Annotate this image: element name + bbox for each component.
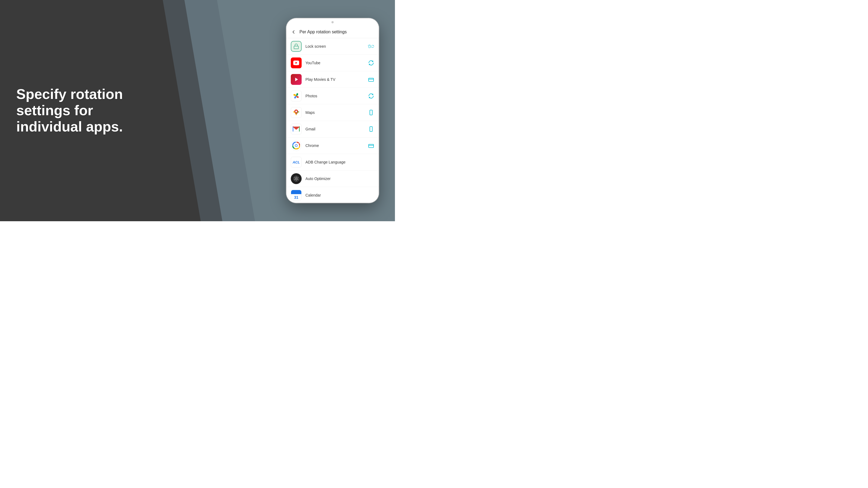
- autooptimizer-rotation-icon: [368, 175, 374, 182]
- screen-title: Per App rotation settings: [300, 30, 347, 34]
- svg-point-27: [296, 180, 297, 181]
- calendar-name: Calendar: [305, 193, 368, 197]
- phone-camera: [332, 21, 334, 23]
- svg-point-25: [297, 177, 298, 178]
- phone-mockup: Per App rotation settings Lock screen: [286, 19, 379, 203]
- autooptimizer-icon: [291, 173, 302, 184]
- app-item-calendar[interactable]: 31 Calendar: [286, 187, 379, 203]
- phone-screen: Per App rotation settings Lock screen: [286, 26, 379, 203]
- svg-rect-10: [370, 110, 372, 115]
- phone-status-bar: [286, 19, 379, 26]
- youtube-icon: [291, 58, 302, 68]
- youtube-rotation-icon[interactable]: [368, 60, 374, 66]
- app-item-playmovies[interactable]: Play Movies & TV: [286, 71, 379, 88]
- svg-point-24: [296, 176, 297, 177]
- maps-rotation-icon[interactable]: [368, 109, 374, 116]
- hero-heading: Specify rotation settings for individual…: [16, 86, 123, 135]
- svg-point-15: [296, 145, 297, 147]
- app-item-acl[interactable]: ACL ADB Change Language: [286, 154, 379, 170]
- app-item-autooptimizer[interactable]: Auto Optimizer: [286, 170, 379, 187]
- lockscreen-icon: [291, 41, 302, 52]
- back-button[interactable]: [291, 29, 296, 35]
- playmovies-icon: [291, 74, 302, 85]
- photos-rotation-icon[interactable]: [368, 93, 374, 99]
- app-item-photos[interactable]: Photos: [286, 88, 379, 104]
- gmail-name: Gmail: [305, 127, 368, 131]
- svg-rect-3: [294, 46, 299, 49]
- calendar-icon: 31: [291, 190, 302, 201]
- app-item-chrome[interactable]: Chrome: [286, 137, 379, 154]
- playmovies-rotation-icon[interactable]: [368, 76, 374, 83]
- calendar-rotation-icon: [368, 192, 374, 198]
- autooptimizer-name: Auto Optimizer: [305, 176, 368, 181]
- chrome-name: Chrome: [305, 143, 368, 148]
- photos-name: Photos: [305, 94, 368, 98]
- youtube-name: YouTube: [305, 61, 368, 65]
- svg-rect-5: [369, 78, 373, 82]
- playmovies-name: Play Movies & TV: [305, 77, 368, 82]
- svg-rect-4: [368, 45, 371, 48]
- chrome-rotation-icon[interactable]: [368, 142, 374, 149]
- gmail-icon: [291, 124, 302, 134]
- acl-text: ACL: [293, 160, 300, 164]
- app-item-youtube[interactable]: YouTube: [286, 55, 379, 71]
- phone-frame: Per App rotation settings Lock screen: [286, 19, 379, 203]
- acl-rotation-icon: [368, 159, 374, 165]
- svg-point-28: [294, 179, 296, 180]
- svg-point-7: [296, 110, 297, 112]
- svg-rect-11: [370, 127, 372, 131]
- lockscreen-name: Lock screen: [305, 44, 368, 48]
- acl-name: ADB Change Language: [305, 160, 368, 164]
- hero-text-block: Specify rotation settings for individual…: [16, 86, 123, 135]
- svg-rect-19: [369, 144, 373, 148]
- maps-icon: [291, 107, 302, 118]
- svg-point-26: [297, 179, 298, 180]
- chrome-icon: [291, 140, 302, 151]
- gmail-rotation-icon[interactable]: [368, 126, 374, 132]
- svg-point-29: [294, 177, 296, 178]
- app-list: Lock screen: [286, 38, 379, 203]
- app-item-gmail[interactable]: Gmail: [286, 121, 379, 137]
- acl-icon: ACL: [291, 157, 302, 167]
- screen-header: Per App rotation settings: [286, 26, 379, 38]
- app-item-lockscreen[interactable]: Lock screen: [286, 38, 379, 55]
- app-item-maps[interactable]: Maps: [286, 104, 379, 121]
- photos-icon: [291, 91, 302, 101]
- lockscreen-rotation-icon[interactable]: [368, 43, 374, 50]
- maps-name: Maps: [305, 110, 368, 115]
